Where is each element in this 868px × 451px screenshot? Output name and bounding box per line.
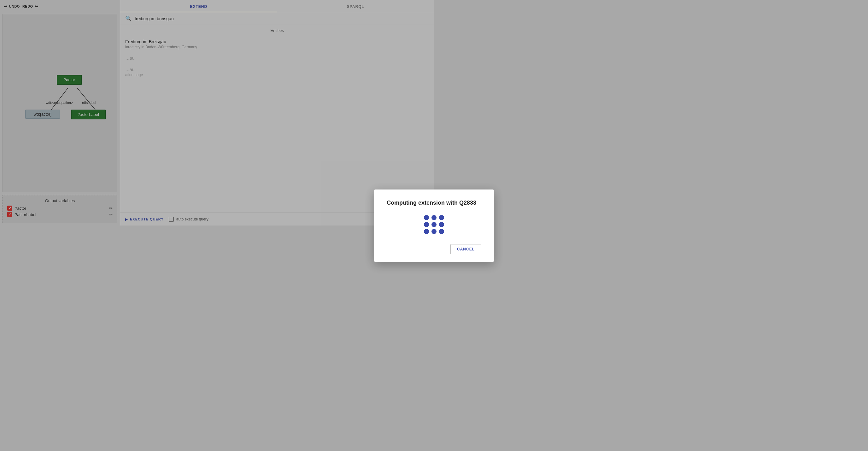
modal-title: Computing extension with Q2833	[387, 200, 434, 206]
dot-2-1	[424, 222, 429, 226]
modal-dialog: Computing extension with Q2833 CANCEL	[374, 190, 434, 226]
dot-1-2	[432, 215, 434, 220]
dot-2-2	[432, 222, 434, 226]
dots-row-1	[424, 215, 434, 220]
loading-animation	[387, 215, 434, 226]
modal-overlay: Computing extension with Q2833 CANCEL	[0, 0, 434, 225]
dots-row-2	[424, 222, 434, 226]
dot-1-1	[424, 215, 429, 220]
